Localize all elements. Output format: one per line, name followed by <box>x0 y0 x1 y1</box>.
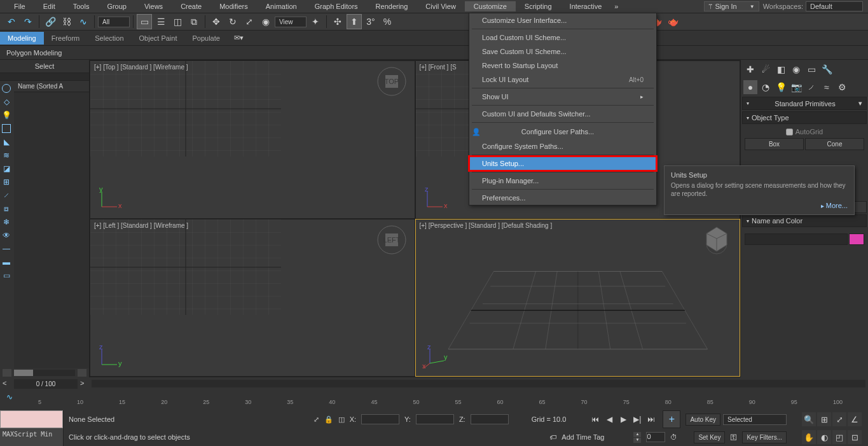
spacewarps-cat-icon[interactable]: ≈ <box>820 80 834 94</box>
scene-tree-header[interactable]: Name (Sorted A <box>14 81 89 92</box>
sign-in-button[interactable]: ⍡ Sign In ▼ <box>704 1 759 11</box>
filter-frozen-icon[interactable]: ❄ <box>0 216 13 228</box>
zoom-all-button[interactable]: ⊞ <box>817 412 831 426</box>
menu-units-setup[interactable]: Units Setup... <box>469 157 656 171</box>
lock-icon[interactable]: 🔒 <box>324 415 333 424</box>
menu-show-ui[interactable]: Show UI <box>469 90 656 104</box>
menu-load-scheme[interactable]: Load Custom UI Scheme... <box>469 31 656 45</box>
fov-button[interactable]: ∠ <box>848 412 862 426</box>
helpers-cat-icon[interactable]: ⟋ <box>804 80 818 94</box>
time-slider-track[interactable] <box>92 380 865 387</box>
x-input[interactable] <box>361 414 399 424</box>
viewport-perspective[interactable]: [+] [Perspective ] [Standard ] [Default … <box>416 220 740 377</box>
tooltip-more-link[interactable]: ▸ More... <box>671 202 848 209</box>
menu-views[interactable]: Views <box>135 1 172 11</box>
ribbon-tab-populate[interactable]: Populate <box>184 32 227 45</box>
pivot-button[interactable]: ✦ <box>308 14 323 29</box>
time-config-icon[interactable]: ⏱ <box>670 433 677 441</box>
walk-button[interactable]: ◐ <box>817 430 831 444</box>
menu-preferences[interactable]: Preferences... <box>469 191 656 205</box>
prev-frame-button[interactable]: ◀ <box>603 413 616 426</box>
zoom-extents-button[interactable]: ⤢ <box>832 412 846 426</box>
menu-save-scheme[interactable]: Save Custom UI Scheme... <box>469 45 656 59</box>
timetag-icon[interactable]: 🏷 <box>549 433 556 441</box>
render-last-button[interactable]: 🫖 <box>665 14 680 29</box>
filter-lights-icon[interactable]: 💡 <box>0 109 13 122</box>
unlink-button[interactable]: ⛓ <box>59 14 74 29</box>
menu-create[interactable]: Create <box>172 1 210 11</box>
viewcube-icon[interactable] <box>701 225 732 255</box>
menu-system-paths[interactable]: Configure System Paths... <box>469 139 656 153</box>
expand-trackbar-icon[interactable]: < <box>3 379 11 388</box>
percent-snap-button[interactable]: % <box>380 14 395 29</box>
ribbon-tab-objectpaint[interactable]: Object Paint <box>132 32 185 45</box>
menu-defaults-switcher[interactable]: Custom UI and Defaults Switcher... <box>469 107 656 121</box>
menu-user-paths[interactable]: 👤Configure User Paths... <box>469 124 656 139</box>
menu-overflow-icon[interactable]: » <box>610 1 622 11</box>
snap-toggle-button[interactable]: ⬆ <box>347 14 362 29</box>
maxscript-listener[interactable]: MAXScript Min <box>0 410 64 446</box>
maximize-button[interactable]: ◰ <box>832 430 846 444</box>
redo-button[interactable]: ↷ <box>20 14 36 29</box>
scale-button[interactable]: ⤢ <box>242 14 257 29</box>
orbit-button[interactable]: ✋ <box>802 430 816 444</box>
rotate-button[interactable]: ↻ <box>225 14 240 29</box>
placement-button[interactable]: ◉ <box>258 14 273 29</box>
viewport-left[interactable]: [+] [Left ] [Standard ] [Wireframe ] LEF… <box>90 220 415 377</box>
motion-tab-icon[interactable]: ◉ <box>789 62 803 76</box>
filter-all-icon[interactable]: ▬ <box>0 256 13 268</box>
menu-customize[interactable]: Customize <box>465 1 516 11</box>
filter-geometry-icon[interactable] <box>0 82 13 95</box>
menu-plugin-manager[interactable]: Plug-in Manager... <box>469 174 656 188</box>
add-time-tag[interactable]: Add Time Tag <box>561 433 604 441</box>
frame-counter[interactable]: 0 / 100 <box>14 379 78 389</box>
object-type-rollout[interactable]: Object Type <box>742 111 867 124</box>
hierarchy-tab-icon[interactable]: ◧ <box>774 62 788 76</box>
cone-button[interactable]: Cone <box>805 138 864 150</box>
shapes-cat-icon[interactable]: ◔ <box>759 80 773 94</box>
track-bar[interactable]: ∿ 51015202530354045505560657075808590951… <box>0 390 868 410</box>
viewport-left-label[interactable]: [+] [Left ] [Standard ] [Wireframe ] <box>94 222 188 229</box>
angle-snap-button[interactable]: 3° <box>363 14 378 29</box>
setkey-button[interactable]: Set Key <box>694 431 725 443</box>
filter-cameras-icon[interactable] <box>0 122 13 135</box>
y-input[interactable] <box>416 414 454 424</box>
modify-tab-icon[interactable]: ☄ <box>759 62 773 76</box>
bind-button[interactable]: ∿ <box>76 14 91 29</box>
select-object-button[interactable]: ▭ <box>137 14 152 29</box>
z-input[interactable] <box>471 414 509 424</box>
menu-file[interactable]: File <box>5 1 34 11</box>
viewcube-icon[interactable]: TOP <box>376 66 407 97</box>
menu-interactive[interactable]: Interactive <box>561 1 611 11</box>
select-rect-button[interactable]: ◫ <box>170 14 185 29</box>
menu-grapheditors[interactable]: Graph Editors <box>306 1 367 11</box>
scene-explorer-scrollbar[interactable] <box>0 368 89 377</box>
scene-tree[interactable]: Name (Sorted A <box>14 81 89 368</box>
ribbon-tab-freeform[interactable]: Freeform <box>44 32 88 45</box>
utilities-tab-icon[interactable]: 🔧 <box>820 62 834 76</box>
filter-bone-icon[interactable]: ⟋ <box>0 189 13 202</box>
refcoord-dropdown[interactable]: View <box>275 17 307 27</box>
viewcube-icon[interactable]: LEFT <box>376 225 407 255</box>
filter-shapes-icon[interactable]: ◇ <box>0 95 13 108</box>
play-button[interactable]: ▶ <box>617 413 630 426</box>
expand-trackbar-icon[interactable]: > <box>80 379 89 388</box>
viewport-top-label[interactable]: [+] [Top ] [Standard ] [Wireframe ] <box>94 64 188 71</box>
menu-scripting[interactable]: Scripting <box>516 1 561 11</box>
viewport-front-label[interactable]: [+] [Front ] [S <box>420 64 457 71</box>
mail-icon[interactable]: ✉▾ <box>234 34 244 42</box>
autogrid-checkbox[interactable]: AutoGrid <box>745 128 864 136</box>
box-button[interactable]: Box <box>745 138 804 150</box>
move-button[interactable]: ✥ <box>209 14 224 29</box>
window-crossing-button[interactable]: ⧉ <box>186 14 202 29</box>
undo-button[interactable]: ↶ <box>4 14 19 29</box>
menu-modifiers[interactable]: Modifiers <box>210 1 257 11</box>
category-dropdown[interactable]: Standard Primitives▾ <box>742 97 867 110</box>
current-frame-input[interactable]: 0 <box>646 432 665 442</box>
menu-customize-ui[interactable]: Customize User Interface... <box>469 13 656 27</box>
color-swatch[interactable] <box>849 233 864 245</box>
create-tab-icon[interactable]: ✚ <box>743 62 757 76</box>
object-name-input[interactable] <box>745 233 848 245</box>
scroll-right-icon[interactable] <box>78 369 86 377</box>
trackbar-curve-icon[interactable]: ∿ <box>6 393 13 401</box>
